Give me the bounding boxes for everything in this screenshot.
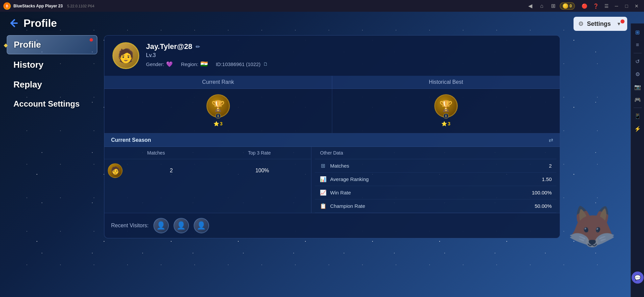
avatar: 🧑 [112, 42, 139, 69]
current-rank-emblem: 🏆 [211, 100, 225, 112]
other-data-win-rate-row: 📈 Win Rate 100.00% [315, 186, 556, 199]
nav-bookmark-btn[interactable]: ⊞ [548, 1, 558, 11]
settings-label: Settings [587, 20, 613, 27]
bs-divider-1 [634, 53, 642, 53]
season-menu-icon[interactable]: ⇄ [549, 137, 553, 143]
settings-notification-badge [621, 19, 625, 23]
right-stats: Other Data ⊞ Matches 2 📊 Average Ranking… [311, 147, 560, 213]
coin-icon [563, 3, 568, 9]
bs-icon-gamepad[interactable]: 🎮 [632, 94, 644, 106]
bs-icon-list[interactable]: ≡ [632, 39, 644, 51]
edit-icon[interactable]: ✏ [196, 44, 200, 50]
mascot-decoration: 🦊 [567, 203, 634, 270]
sidebar-item-profile[interactable]: Profile [7, 35, 97, 54]
profile-info: Jay.Tyler@28 ✏ Lv.3 Gender: 💜 Region: 🇮🇳… [146, 42, 552, 68]
rank-headers: Current Rank Historical Best [104, 76, 560, 89]
id-section: ID:10386961 (1022) 🗋 [216, 61, 268, 67]
nav-home-btn[interactable]: ⌂ [537, 1, 546, 11]
bs-icon-mobile[interactable]: 📱 [632, 110, 644, 122]
current-rank-icon: 🏆 I [206, 94, 230, 118]
historical-rank-star-icon: ⭐ [441, 121, 447, 126]
sidebar-item-account-settings[interactable]: Account Settings [7, 95, 97, 113]
profile-header-section: 🧑 Jay.Tyler@28 ✏ Lv.3 Gender: 💜 Region: [104, 36, 560, 76]
bs-icon-grid[interactable]: ⊞ [632, 26, 644, 38]
nav-back-btn[interactable]: ◀ [526, 1, 535, 11]
historical-rank-stars: ⭐ 3 [441, 121, 450, 126]
other-data-matches-row: ⊞ Matches 2 [315, 159, 556, 173]
coin-count: 0 [569, 4, 572, 8]
avatar-container: 🧑 [112, 42, 139, 69]
matches-header: Matches [104, 147, 208, 159]
stats-column-headers: Matches Top 3 Rate [104, 147, 311, 159]
other-data-champion-label: Champion Rate [330, 203, 531, 209]
bs-sidebar: ⊞ ≡ ↺ ⚙ 📷 🎮 📱 ⚡ 💬 [631, 23, 644, 297]
titlebar-question-icon[interactable]: ❓ [591, 1, 600, 11]
mascot-icon: 🦊 [567, 203, 634, 250]
stats-character-avatar: 🧑 [108, 163, 122, 178]
current-rank-badge: I [215, 113, 221, 119]
titlebar: B BlueStacks App Player 23 5.22.0.1102 P… [0, 0, 644, 12]
username-row: Jay.Tyler@28 ✏ [146, 42, 552, 51]
visitor-2-avatar[interactable]: 👤 [174, 218, 189, 233]
bs-chat-button[interactable]: 💬 [632, 272, 644, 284]
maximize-btn[interactable]: □ [623, 3, 631, 9]
settings-button[interactable]: ⚙ Settings ▼ [574, 17, 627, 31]
region-item: Region: 🇮🇳 [181, 60, 208, 68]
minimize-btn[interactable]: ─ [612, 3, 621, 9]
coin-display: 0 [560, 2, 575, 10]
champion-rate-icon: 📋 [319, 203, 327, 209]
historical-rank-star-count: 3 [448, 121, 450, 126]
left-stats: Matches Top 3 Rate 🧑 2 100% [104, 147, 311, 213]
main-area: Profile ⚙ Settings ▼ Profile History Rep… [0, 12, 644, 297]
titlebar-settings-icon[interactable]: 🔴 [580, 1, 589, 11]
bs-icon-lightning[interactable]: ⚡ [632, 123, 644, 135]
other-data-matches-value: 2 [549, 163, 552, 169]
stats-matches-val: 2 [126, 168, 217, 174]
avatar-character-icon: 🧑 [117, 48, 134, 64]
bs-icon-camera[interactable]: 📷 [632, 81, 644, 93]
gender-icon: 💜 [166, 61, 173, 67]
visitor-3-avatar[interactable]: 👤 [194, 218, 209, 233]
other-data-champion-value: 50.00% [535, 203, 552, 209]
sidebar-history-label: History [13, 60, 44, 70]
historical-rank-emblem: 🏆 [439, 100, 453, 112]
menu-btn[interactable]: ☰ [602, 3, 610, 9]
close-btn[interactable]: ✕ [633, 3, 641, 9]
gender-item: Gender: 💜 [146, 61, 173, 67]
back-button[interactable] [7, 17, 19, 29]
other-data-win-label: Win Rate [330, 190, 529, 195]
sidebar-item-replay[interactable]: Replay [7, 75, 97, 94]
gender-label: Gender: [146, 61, 164, 67]
other-data-avg-label: Average Ranking [330, 176, 539, 182]
historical-best-header: Historical Best [332, 76, 560, 89]
id-label: ID:10386961 (1022) [216, 61, 260, 67]
historical-rank-icon: 🏆 I [434, 94, 458, 118]
username: Jay.Tyler@28 [146, 42, 192, 51]
stats-data-row: 🧑 2 100% [104, 159, 311, 182]
app-title: BlueStacks App Player 23 5.22.0.1102 P64 [13, 4, 94, 8]
sidebar: Profile History Replay Account Settings [7, 35, 97, 114]
win-rate-icon: 📈 [319, 189, 327, 196]
profile-panel: 🧑 Jay.Tyler@28 ✏ Lv.3 Gender: 💜 Region: [104, 35, 560, 238]
sidebar-item-history[interactable]: History [7, 56, 97, 74]
bs-icon-settings[interactable]: ⚙ [632, 68, 644, 80]
page-title: Profile [23, 17, 57, 29]
other-data-avg-value: 1.50 [542, 176, 552, 182]
current-rank-header: Current Rank [104, 76, 332, 89]
recent-visitors-section: Recent Visitors: 👤 👤 👤 [104, 213, 560, 238]
sidebar-profile-label: Profile [14, 40, 41, 50]
gear-icon: ⚙ [578, 20, 584, 27]
visitor-1-avatar[interactable]: 👤 [153, 218, 169, 233]
other-data-win-value: 100.00% [532, 190, 552, 195]
other-data-avg-ranking-row: 📊 Average Ranking 1.50 [315, 173, 556, 186]
bs-icon-sync[interactable]: ↺ [632, 55, 644, 67]
current-rank-star-icon: ⭐ [213, 121, 219, 126]
copy-icon[interactable]: 🗋 [263, 61, 268, 67]
region-label: Region: [181, 61, 198, 67]
bs-divider-2 [634, 108, 642, 108]
season-title: Current Season [111, 137, 151, 143]
page-header: Profile [7, 17, 57, 29]
stats-section: Matches Top 3 Rate 🧑 2 100% Other Data ⊞… [104, 147, 560, 213]
rank-icons-row: 🏆 I ⭐ 3 🏆 I ⭐ 3 [104, 89, 560, 133]
historical-rank-badge: I [443, 113, 449, 119]
